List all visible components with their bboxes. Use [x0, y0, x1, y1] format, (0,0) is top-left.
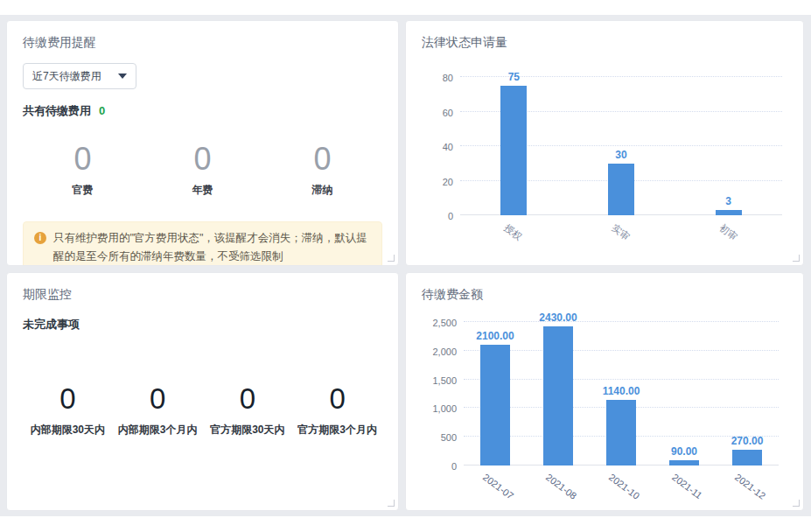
deadline-stats-row: 0 内部期限30天内 0 内部期限3个月内 0 官方期限30天内 0 官方期限3…: [23, 383, 382, 438]
chevron-down-icon: [118, 74, 127, 79]
y-axis-tick-label: 0: [420, 211, 453, 221]
stat-label: 官费: [23, 183, 143, 198]
total-pending-fees-label: 共有待缴费用: [23, 104, 91, 117]
stat-late-fee: 0 滞纳: [262, 142, 382, 198]
resize-handle[interactable]: [388, 500, 395, 507]
stat-annuity-fee: 0 年费: [143, 142, 262, 198]
bar-slot: 3初审: [675, 77, 782, 215]
stat-label: 官方期限3个月内: [292, 423, 382, 438]
chart-bar[interactable]: 270.00: [732, 450, 762, 466]
y-axis-tick-label: 80: [420, 73, 453, 83]
y-axis-tick-label: 1,500: [418, 375, 457, 386]
bar-value-label: 90.00: [671, 445, 697, 458]
pending-amount-bar-chart: 05001,0001,5002,0002,5002100.002021-0724…: [464, 322, 779, 466]
y-axis-tick-label: 2,000: [418, 346, 457, 357]
panel-deadline-monitor: 期限监控 未完成事项 0 内部期限30天内 0 内部期限3个月内 0 官方期限3…: [6, 272, 399, 511]
bar-slot: 90.002021-11: [653, 322, 716, 466]
stat-label: 内部期限3个月内: [113, 423, 203, 438]
fee-range-selected-value: 近7天待缴费用: [32, 69, 101, 84]
bar-value-label: 2430.00: [539, 312, 577, 324]
total-pending-fees: 共有待缴费用0: [23, 103, 382, 119]
x-axis-tick-label: 2021-10: [607, 472, 641, 501]
panel-title: 待缴费用提醒: [23, 35, 382, 51]
chart-bar[interactable]: 75: [500, 86, 527, 215]
y-axis-tick-label: 20: [420, 177, 453, 187]
chart-bar[interactable]: 2100.00: [480, 345, 510, 466]
stat-label: 滞纳: [262, 183, 382, 198]
notice-box: i 只有维护费用的"官方费用状态"，该提醒才会消失；滞纳，默认提醒的是至今所有的…: [23, 221, 382, 266]
x-axis-tick-label: 实审: [609, 221, 633, 243]
y-axis-tick-label: 0: [418, 461, 457, 472]
unfinished-items-label: 未完成事项: [23, 317, 382, 332]
stat-official-fee: 0 官费: [23, 142, 143, 198]
bar-value-label: 270.00: [731, 435, 764, 447]
bar-value-label: 3: [725, 195, 731, 207]
stat-value: 0: [23, 142, 143, 177]
chart-bar[interactable]: 2430.00: [543, 326, 573, 466]
x-axis-tick-label: 授权: [501, 221, 525, 243]
stat-official-3m: 0 官方期限3个月内: [292, 383, 382, 438]
chart-bar[interactable]: 30: [608, 164, 634, 215]
bar-value-label: 75: [508, 71, 520, 83]
panel-pending-fee-amount: 待缴费金额 05001,0001,5002,0002,5002100.00202…: [405, 272, 804, 511]
bars-container: 2100.002021-072430.002021-081140.002021-…: [464, 322, 779, 466]
bar-value-label: 2100.00: [476, 330, 514, 342]
resize-handle[interactable]: [793, 500, 800, 507]
y-axis-tick-label: 1,000: [418, 403, 457, 414]
panel-title: 法律状态申请量: [422, 35, 787, 51]
widget-grid: 待缴费用提醒 近7天待缴费用 共有待缴费用0 0 官费 0 年费 0: [6, 20, 805, 511]
stat-value: 0: [262, 142, 382, 177]
y-axis-tick-label: 500: [418, 432, 457, 443]
stat-label: 年费: [143, 183, 262, 198]
stat-label: 官方期限30天内: [203, 423, 293, 438]
notice-text: 只有维护费用的"官方费用状态"，该提醒才会消失；滞纳，默认提醒的是至今所有的滞纳…: [53, 229, 371, 266]
legal-status-bar-chart: 02040608075授权30实审3初审: [460, 77, 782, 215]
bar-slot: 2100.002021-07: [464, 322, 527, 466]
y-axis-tick-label: 60: [420, 108, 453, 118]
x-axis-tick-label: 2021-07: [481, 472, 515, 501]
y-axis-tick-label: 2,500: [418, 318, 457, 328]
total-pending-fees-value: 0: [99, 104, 105, 117]
bars-container: 75授权30实审3初审: [460, 77, 782, 215]
stat-value: 0: [143, 142, 262, 177]
panel-title: 期限监控: [23, 287, 382, 303]
bar-slot: 75授权: [460, 77, 568, 215]
resize-handle[interactable]: [793, 255, 800, 262]
stat-internal-3m: 0 内部期限3个月内: [113, 383, 203, 438]
bar-slot: 30实审: [568, 77, 675, 215]
panel-title: 待缴费金额: [422, 287, 787, 303]
x-axis-tick-label: 2021-12: [733, 472, 767, 501]
info-icon: i: [34, 232, 46, 244]
stat-internal-30d: 0 内部期限30天内: [23, 383, 113, 438]
stat-value: 0: [292, 383, 382, 415]
fee-stats-row: 0 官费 0 年费 0 滞纳: [23, 142, 382, 198]
x-axis-tick-label: 2021-08: [544, 472, 578, 501]
stat-value: 0: [113, 383, 203, 415]
x-axis-tick-label: 2021-11: [670, 472, 704, 500]
stat-value: 0: [23, 383, 113, 415]
dashboard: 待缴费用提醒 近7天待缴费用 共有待缴费用0 0 官费 0 年费 0: [0, 15, 811, 516]
y-axis-tick-label: 40: [420, 142, 453, 152]
x-axis-tick-label: 初审: [717, 221, 740, 243]
panel-pending-fee-reminder: 待缴费用提醒 近7天待缴费用 共有待缴费用0 0 官费 0 年费 0: [6, 20, 399, 266]
chart-bar[interactable]: 90.00: [669, 460, 699, 466]
resize-handle[interactable]: [388, 255, 395, 262]
chart-bar[interactable]: 3: [716, 210, 742, 215]
bar-slot: 2430.002021-08: [527, 322, 590, 466]
bar-value-label: 1140.00: [603, 385, 640, 397]
bar-slot: 1140.002021-10: [590, 322, 653, 466]
stat-official-30d: 0 官方期限30天内: [203, 383, 293, 438]
bar-slot: 270.002021-12: [716, 322, 779, 466]
stat-value: 0: [203, 383, 293, 415]
panel-legal-status-volume: 法律状态申请量 02040608075授权30实审3初审: [405, 20, 804, 266]
chart-bar[interactable]: 1140.00: [606, 400, 636, 466]
bar-value-label: 30: [615, 149, 626, 161]
fee-range-select[interactable]: 近7天待缴费用: [23, 63, 136, 89]
stat-label: 内部期限30天内: [23, 423, 113, 438]
